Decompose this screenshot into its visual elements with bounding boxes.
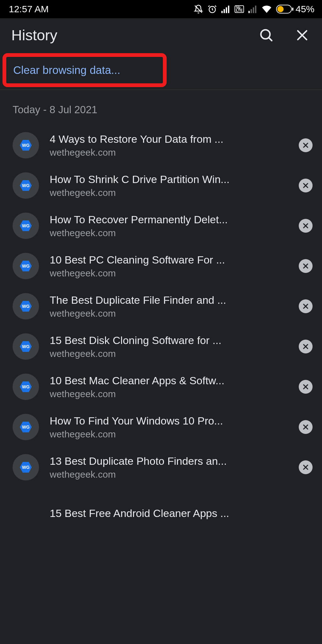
annotation-highlight-box: Clear browsing data... [3, 53, 167, 87]
close-icon[interactable] [296, 29, 309, 42]
history-item-text: How To Shrink C Drive Partition Win... w… [50, 173, 288, 198]
svg-rect-8 [253, 7, 254, 13]
favicon: WG [13, 172, 39, 199]
clear-browsing-data-link[interactable]: Clear browsing data... [13, 64, 120, 76]
favicon: WG [13, 132, 39, 158]
history-item-text: How To Find Your Windows 10 Pro... wethe… [50, 415, 288, 440]
favicon: WG [13, 293, 39, 319]
history-item[interactable]: WG The Best Duplicate File Finder and ..… [0, 286, 322, 326]
history-item-title: How To Recover Permanently Delet... [50, 214, 288, 226]
history-item-title: 10 Best Mac Cleaner Apps & Softw... [50, 375, 288, 387]
history-item-domain: wethegeek.com [50, 389, 288, 399]
wethegeek-favicon-icon: WG [20, 260, 32, 272]
page-title: History [11, 26, 259, 44]
svg-rect-3 [224, 9, 225, 13]
wethegeek-favicon-icon: WG [20, 139, 32, 151]
history-item-title: 10 Best PC Cleaning Software For ... [50, 254, 288, 266]
signal-weak-icon [248, 5, 257, 13]
history-item-text: The Best Duplicate File Finder and ... w… [50, 294, 288, 319]
favicon: WG [13, 253, 39, 279]
wethegeek-favicon-icon: WG [20, 220, 32, 232]
history-item-title: How To Shrink C Drive Partition Win... [50, 173, 288, 186]
svg-rect-2 [221, 11, 223, 13]
history-item-domain: wethegeek.com [50, 268, 288, 279]
remove-history-item-button[interactable] [299, 380, 313, 394]
wethegeek-favicon-icon: WG [20, 381, 32, 393]
volte-icon: VoLTE [235, 5, 244, 13]
search-icon[interactable] [259, 28, 274, 42]
history-item-domain: wethegeek.com [50, 429, 288, 440]
history-item[interactable]: WG 15 Best Disk Cloning Software for ...… [0, 326, 322, 367]
history-item[interactable]: WG How To Shrink C Drive Partition Win..… [0, 165, 322, 206]
history-list: WG 4 Ways to Restore Your Data from ... … [0, 125, 322, 526]
wethegeek-favicon-icon: WG [20, 300, 32, 312]
remove-history-item-button[interactable] [299, 179, 313, 192]
remove-history-item-button[interactable] [299, 299, 313, 313]
history-item-domain: wethegeek.com [50, 308, 288, 319]
svg-rect-11 [277, 6, 284, 12]
status-time: 12:57 AM [9, 4, 49, 14]
signal-full-icon [221, 5, 230, 13]
svg-line-14 [269, 37, 272, 41]
remove-history-item-button[interactable] [299, 138, 313, 152]
history-item[interactable]: WG How To Recover Permanently Delet... w… [0, 206, 322, 246]
svg-rect-6 [248, 11, 250, 13]
toolbar: History [0, 18, 322, 52]
remove-history-item-button[interactable] [299, 219, 313, 233]
svg-rect-7 [251, 9, 252, 13]
history-item-domain: wethegeek.com [50, 187, 288, 198]
remove-history-item-button[interactable] [299, 259, 313, 273]
svg-rect-12 [292, 8, 293, 11]
android-status-bar: 12:57 AM VoLTE [0, 0, 322, 18]
battery-icon: 45% [276, 4, 314, 14]
wifi-icon [262, 5, 272, 13]
alarm-icon [208, 4, 217, 14]
chrome-history-page: History Clear browsing data... Today - 8… [0, 18, 322, 644]
history-date-header: Today - 8 Jul 2021 [0, 90, 322, 125]
history-item-domain: wethegeek.com [50, 469, 288, 480]
history-item-text: 15 Best Disk Cloning Software for ... we… [50, 334, 288, 359]
remove-history-item-button[interactable] [299, 420, 313, 434]
clear-browsing-data-row: Clear browsing data... [0, 52, 322, 90]
wethegeek-favicon-icon: WG [20, 341, 32, 353]
favicon: WG [13, 454, 39, 480]
svg-rect-5 [228, 6, 229, 13]
remove-history-item-button[interactable] [299, 460, 313, 474]
history-item-domain: wethegeek.com [50, 147, 288, 158]
svg-rect-9 [255, 6, 256, 13]
history-item-title: The Best Duplicate File Finder and ... [50, 294, 288, 306]
history-item-domain: wethegeek.com [50, 228, 288, 238]
favicon: WG [13, 374, 39, 400]
svg-rect-4 [226, 7, 227, 13]
history-item[interactable]: WG 10 Best PC Cleaning Software For ... … [0, 246, 322, 286]
bell-off-icon [194, 4, 203, 14]
favicon: WG [13, 213, 39, 239]
history-item-title: 15 Best Free Android Cleaner Apps ... [50, 507, 288, 519]
history-item[interactable]: WG 13 Best Duplicate Photo Finders an...… [0, 447, 322, 487]
history-item-title: How To Find Your Windows 10 Pro... [50, 415, 288, 427]
status-icons: VoLTE 45% [194, 4, 314, 14]
wethegeek-favicon-icon: WG [20, 180, 32, 192]
history-item-text: 10 Best Mac Cleaner Apps & Softw... weth… [50, 375, 288, 399]
history-item-title: 15 Best Disk Cloning Software for ... [50, 334, 288, 347]
history-item-text: 4 Ways to Restore Your Data from ... wet… [50, 133, 288, 158]
history-item[interactable]: 15 Best Free Android Cleaner Apps ... [0, 487, 322, 526]
history-item-text: 10 Best PC Cleaning Software For ... wet… [50, 254, 288, 279]
wethegeek-favicon-icon: WG [20, 461, 32, 473]
history-item-title: 13 Best Duplicate Photo Finders an... [50, 455, 288, 467]
history-item[interactable]: WG How To Find Your Windows 10 Pro... we… [0, 407, 322, 447]
favicon: WG [13, 333, 39, 360]
history-item-text: 13 Best Duplicate Photo Finders an... we… [50, 455, 288, 480]
history-item-text: 15 Best Free Android Cleaner Apps ... [50, 507, 288, 519]
wethegeek-favicon-icon: WG [20, 421, 32, 433]
history-item[interactable]: WG 4 Ways to Restore Your Data from ... … [0, 125, 322, 165]
favicon: WG [13, 414, 39, 440]
history-item[interactable]: WG 10 Best Mac Cleaner Apps & Softw... w… [0, 367, 322, 407]
battery-percent: 45% [296, 4, 314, 14]
remove-history-item-button[interactable] [299, 340, 313, 353]
history-item-domain: wethegeek.com [50, 348, 288, 359]
history-item-title: 4 Ways to Restore Your Data from ... [50, 133, 288, 145]
history-item-text: How To Recover Permanently Delet... weth… [50, 214, 288, 238]
